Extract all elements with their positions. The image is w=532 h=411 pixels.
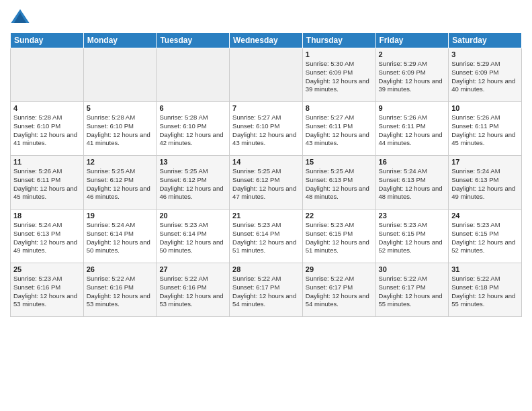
day-number: 1 (306, 50, 373, 58)
header (10, 7, 522, 27)
day-number: 15 (306, 158, 373, 166)
day-cell: 6Sunrise: 5:28 AM Sunset: 6:10 PM Daylig… (157, 102, 230, 156)
day-cell (11, 48, 84, 102)
day-number: 8 (306, 104, 373, 112)
day-cell: 16Sunrise: 5:24 AM Sunset: 6:13 PM Dayli… (375, 156, 449, 210)
col-header-thursday: Thursday (302, 33, 375, 48)
day-number: 23 (379, 212, 446, 220)
day-info: Sunrise: 5:23 AM Sunset: 6:15 PM Dayligh… (379, 221, 446, 255)
day-cell: 11Sunrise: 5:26 AM Sunset: 6:11 PM Dayli… (11, 156, 84, 210)
day-info: Sunrise: 5:22 AM Sunset: 6:17 PM Dayligh… (306, 275, 373, 309)
day-cell: 9Sunrise: 5:26 AM Sunset: 6:11 PM Daylig… (375, 102, 449, 156)
day-info: Sunrise: 5:24 AM Sunset: 6:14 PM Dayligh… (87, 221, 154, 255)
day-cell: 20Sunrise: 5:23 AM Sunset: 6:14 PM Dayli… (157, 210, 230, 263)
day-cell: 19Sunrise: 5:24 AM Sunset: 6:14 PM Dayli… (83, 210, 157, 263)
day-cell: 30Sunrise: 5:22 AM Sunset: 6:17 PM Dayli… (375, 263, 449, 317)
day-number: 24 (451, 212, 519, 220)
day-info: Sunrise: 5:29 AM Sunset: 6:09 PM Dayligh… (379, 60, 446, 94)
day-cell: 21Sunrise: 5:23 AM Sunset: 6:14 PM Dayli… (230, 210, 303, 263)
day-info: Sunrise: 5:25 AM Sunset: 6:12 PM Dayligh… (232, 167, 300, 201)
day-info: Sunrise: 5:24 AM Sunset: 6:13 PM Dayligh… (379, 167, 446, 201)
day-number: 29 (306, 265, 373, 273)
week-row-3: 18Sunrise: 5:24 AM Sunset: 6:13 PM Dayli… (11, 210, 522, 263)
day-cell: 18Sunrise: 5:24 AM Sunset: 6:13 PM Dayli… (11, 210, 84, 263)
day-info: Sunrise: 5:30 AM Sunset: 6:09 PM Dayligh… (306, 60, 373, 94)
day-info: Sunrise: 5:22 AM Sunset: 6:16 PM Dayligh… (87, 275, 154, 309)
day-number: 19 (87, 212, 154, 220)
day-cell: 27Sunrise: 5:22 AM Sunset: 6:16 PM Dayli… (157, 263, 230, 317)
day-info: Sunrise: 5:28 AM Sunset: 6:10 PM Dayligh… (13, 113, 81, 148)
day-number: 21 (232, 212, 300, 220)
day-cell: 29Sunrise: 5:22 AM Sunset: 6:17 PM Dayli… (302, 263, 375, 317)
week-row-1: 4Sunrise: 5:28 AM Sunset: 6:10 PM Daylig… (11, 102, 522, 156)
day-number: 31 (451, 265, 519, 273)
day-number: 22 (306, 212, 373, 220)
day-cell (157, 48, 230, 102)
day-number: 2 (379, 50, 446, 58)
day-cell (230, 48, 303, 102)
week-row-0: 1Sunrise: 5:30 AM Sunset: 6:09 PM Daylig… (11, 48, 522, 102)
day-number: 11 (13, 158, 81, 166)
day-number: 26 (87, 265, 154, 273)
day-info: Sunrise: 5:25 AM Sunset: 6:12 PM Dayligh… (159, 167, 226, 201)
day-number: 25 (13, 265, 81, 273)
day-info: Sunrise: 5:23 AM Sunset: 6:15 PM Dayligh… (306, 221, 373, 255)
day-cell: 13Sunrise: 5:25 AM Sunset: 6:12 PM Dayli… (157, 156, 230, 210)
day-number: 28 (232, 265, 300, 273)
day-cell: 28Sunrise: 5:22 AM Sunset: 6:17 PM Dayli… (230, 263, 303, 317)
day-info: Sunrise: 5:25 AM Sunset: 6:12 PM Dayligh… (87, 167, 154, 201)
day-cell: 25Sunrise: 5:23 AM Sunset: 6:16 PM Dayli… (11, 263, 84, 317)
day-cell: 5Sunrise: 5:28 AM Sunset: 6:10 PM Daylig… (83, 102, 157, 156)
col-header-saturday: Saturday (449, 33, 522, 48)
day-info: Sunrise: 5:23 AM Sunset: 6:15 PM Dayligh… (451, 221, 519, 255)
day-number: 5 (87, 104, 154, 112)
day-info: Sunrise: 5:24 AM Sunset: 6:13 PM Dayligh… (451, 167, 519, 201)
day-number: 7 (232, 104, 300, 112)
day-info: Sunrise: 5:29 AM Sunset: 6:09 PM Dayligh… (451, 60, 519, 94)
day-info: Sunrise: 5:23 AM Sunset: 6:16 PM Dayligh… (13, 275, 81, 309)
day-info: Sunrise: 5:28 AM Sunset: 6:10 PM Dayligh… (159, 113, 226, 148)
page: SundayMondayTuesdayWednesdayThursdayFrid… (0, 0, 532, 411)
col-header-monday: Monday (83, 33, 157, 48)
logo (10, 7, 32, 27)
day-info: Sunrise: 5:22 AM Sunset: 6:17 PM Dayligh… (379, 275, 446, 309)
day-cell: 8Sunrise: 5:27 AM Sunset: 6:11 PM Daylig… (302, 102, 375, 156)
day-info: Sunrise: 5:27 AM Sunset: 6:11 PM Dayligh… (306, 113, 373, 148)
day-info: Sunrise: 5:25 AM Sunset: 6:13 PM Dayligh… (306, 167, 373, 201)
day-number: 12 (87, 158, 154, 166)
day-number: 9 (379, 104, 446, 112)
day-info: Sunrise: 5:22 AM Sunset: 6:17 PM Dayligh… (232, 275, 300, 309)
day-cell: 24Sunrise: 5:23 AM Sunset: 6:15 PM Dayli… (449, 210, 522, 263)
day-number: 6 (159, 104, 226, 112)
day-cell: 12Sunrise: 5:25 AM Sunset: 6:12 PM Dayli… (83, 156, 157, 210)
day-number: 20 (159, 212, 226, 220)
day-cell: 7Sunrise: 5:27 AM Sunset: 6:10 PM Daylig… (230, 102, 303, 156)
day-cell: 10Sunrise: 5:26 AM Sunset: 6:11 PM Dayli… (449, 102, 522, 156)
day-info: Sunrise: 5:24 AM Sunset: 6:13 PM Dayligh… (13, 221, 81, 255)
day-number: 18 (13, 212, 81, 220)
day-info: Sunrise: 5:23 AM Sunset: 6:14 PM Dayligh… (159, 221, 226, 255)
col-header-friday: Friday (375, 33, 449, 48)
day-info: Sunrise: 5:26 AM Sunset: 6:11 PM Dayligh… (13, 167, 81, 201)
day-info: Sunrise: 5:26 AM Sunset: 6:11 PM Dayligh… (451, 113, 519, 148)
day-info: Sunrise: 5:27 AM Sunset: 6:10 PM Dayligh… (232, 113, 300, 148)
col-header-tuesday: Tuesday (157, 33, 230, 48)
day-number: 16 (379, 158, 446, 166)
day-number: 13 (159, 158, 226, 166)
day-cell: 3Sunrise: 5:29 AM Sunset: 6:09 PM Daylig… (449, 48, 522, 102)
day-cell (83, 48, 157, 102)
day-cell: 2Sunrise: 5:29 AM Sunset: 6:09 PM Daylig… (375, 48, 449, 102)
day-cell: 15Sunrise: 5:25 AM Sunset: 6:13 PM Dayli… (302, 156, 375, 210)
day-cell: 17Sunrise: 5:24 AM Sunset: 6:13 PM Dayli… (449, 156, 522, 210)
day-number: 4 (13, 104, 81, 112)
day-info: Sunrise: 5:26 AM Sunset: 6:11 PM Dayligh… (379, 113, 446, 148)
day-cell: 22Sunrise: 5:23 AM Sunset: 6:15 PM Dayli… (302, 210, 375, 263)
day-cell: 23Sunrise: 5:23 AM Sunset: 6:15 PM Dayli… (375, 210, 449, 263)
day-number: 17 (451, 158, 519, 166)
day-cell: 31Sunrise: 5:22 AM Sunset: 6:18 PM Dayli… (449, 263, 522, 317)
day-info: Sunrise: 5:28 AM Sunset: 6:10 PM Dayligh… (87, 113, 154, 148)
week-row-4: 25Sunrise: 5:23 AM Sunset: 6:16 PM Dayli… (11, 263, 522, 317)
day-info: Sunrise: 5:23 AM Sunset: 6:14 PM Dayligh… (232, 221, 300, 255)
day-cell: 1Sunrise: 5:30 AM Sunset: 6:09 PM Daylig… (302, 48, 375, 102)
calendar: SundayMondayTuesdayWednesdayThursdayFrid… (10, 32, 522, 317)
